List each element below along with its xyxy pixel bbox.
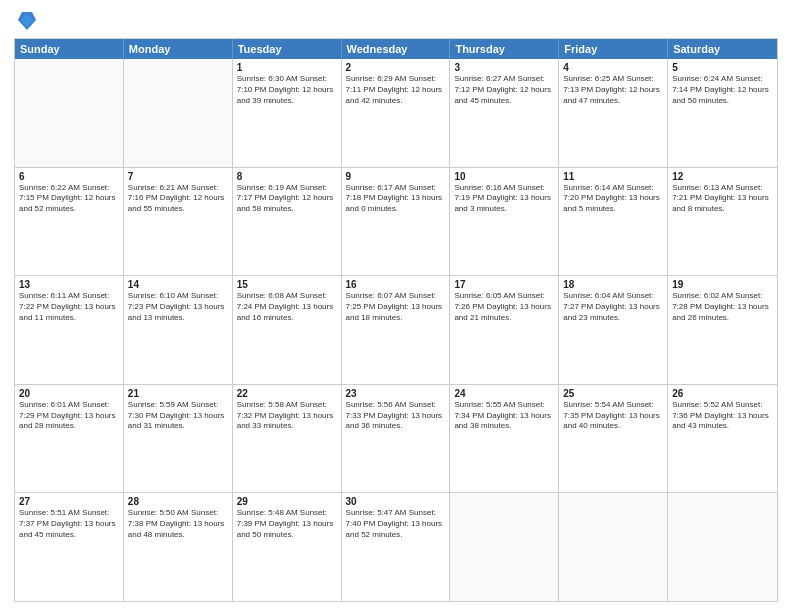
cell-info: Sunrise: 6:05 AM Sunset: 7:26 PM Dayligh… [454,291,554,323]
cell-info: Sunrise: 6:29 AM Sunset: 7:11 PM Dayligh… [346,74,446,106]
cell-info: Sunrise: 6:25 AM Sunset: 7:13 PM Dayligh… [563,74,663,106]
cell-info: Sunrise: 6:04 AM Sunset: 7:27 PM Dayligh… [563,291,663,323]
cal-cell-empty [124,59,233,167]
cell-info: Sunrise: 5:59 AM Sunset: 7:30 PM Dayligh… [128,400,228,432]
cal-cell-27: 27Sunrise: 5:51 AM Sunset: 7:37 PM Dayli… [15,493,124,601]
day-number: 27 [19,496,119,507]
cell-info: Sunrise: 6:14 AM Sunset: 7:20 PM Dayligh… [563,183,663,215]
day-number: 16 [346,279,446,290]
cell-info: Sunrise: 5:54 AM Sunset: 7:35 PM Dayligh… [563,400,663,432]
day-number: 15 [237,279,337,290]
cal-cell-17: 17Sunrise: 6:05 AM Sunset: 7:26 PM Dayli… [450,276,559,384]
cell-info: Sunrise: 5:50 AM Sunset: 7:38 PM Dayligh… [128,508,228,540]
cal-row-0: 1Sunrise: 6:30 AM Sunset: 7:10 PM Daylig… [15,59,777,167]
calendar-header: SundayMondayTuesdayWednesdayThursdayFrid… [15,39,777,59]
cal-cell-5: 5Sunrise: 6:24 AM Sunset: 7:14 PM Daylig… [668,59,777,167]
cell-info: Sunrise: 6:17 AM Sunset: 7:18 PM Dayligh… [346,183,446,215]
header-day-wednesday: Wednesday [342,39,451,59]
cell-info: Sunrise: 6:10 AM Sunset: 7:23 PM Dayligh… [128,291,228,323]
day-number: 30 [346,496,446,507]
cell-info: Sunrise: 5:52 AM Sunset: 7:36 PM Dayligh… [672,400,773,432]
day-number: 1 [237,62,337,73]
day-number: 11 [563,171,663,182]
day-number: 19 [672,279,773,290]
day-number: 13 [19,279,119,290]
logo [14,10,36,32]
header-day-friday: Friday [559,39,668,59]
header-day-thursday: Thursday [450,39,559,59]
cal-cell-13: 13Sunrise: 6:11 AM Sunset: 7:22 PM Dayli… [15,276,124,384]
cal-cell-19: 19Sunrise: 6:02 AM Sunset: 7:28 PM Dayli… [668,276,777,384]
cal-row-3: 20Sunrise: 6:01 AM Sunset: 7:29 PM Dayli… [15,384,777,493]
cal-cell-3: 3Sunrise: 6:27 AM Sunset: 7:12 PM Daylig… [450,59,559,167]
day-number: 28 [128,496,228,507]
day-number: 2 [346,62,446,73]
day-number: 17 [454,279,554,290]
logo-icon [18,10,36,32]
cal-cell-18: 18Sunrise: 6:04 AM Sunset: 7:27 PM Dayli… [559,276,668,384]
cell-info: Sunrise: 6:08 AM Sunset: 7:24 PM Dayligh… [237,291,337,323]
day-number: 22 [237,388,337,399]
cal-row-1: 6Sunrise: 6:22 AM Sunset: 7:15 PM Daylig… [15,167,777,276]
cell-info: Sunrise: 6:16 AM Sunset: 7:19 PM Dayligh… [454,183,554,215]
header-day-monday: Monday [124,39,233,59]
day-number: 25 [563,388,663,399]
cell-info: Sunrise: 6:19 AM Sunset: 7:17 PM Dayligh… [237,183,337,215]
cell-info: Sunrise: 6:30 AM Sunset: 7:10 PM Dayligh… [237,74,337,106]
day-number: 5 [672,62,773,73]
day-number: 6 [19,171,119,182]
cal-cell-2: 2Sunrise: 6:29 AM Sunset: 7:11 PM Daylig… [342,59,451,167]
day-number: 3 [454,62,554,73]
day-number: 20 [19,388,119,399]
cell-info: Sunrise: 6:11 AM Sunset: 7:22 PM Dayligh… [19,291,119,323]
cell-info: Sunrise: 6:22 AM Sunset: 7:15 PM Dayligh… [19,183,119,215]
cal-cell-4: 4Sunrise: 6:25 AM Sunset: 7:13 PM Daylig… [559,59,668,167]
cell-info: Sunrise: 6:21 AM Sunset: 7:16 PM Dayligh… [128,183,228,215]
cal-cell-12: 12Sunrise: 6:13 AM Sunset: 7:21 PM Dayli… [668,168,777,276]
cell-info: Sunrise: 5:48 AM Sunset: 7:39 PM Dayligh… [237,508,337,540]
header [14,10,778,32]
day-number: 18 [563,279,663,290]
cal-cell-20: 20Sunrise: 6:01 AM Sunset: 7:29 PM Dayli… [15,385,124,493]
cell-info: Sunrise: 6:13 AM Sunset: 7:21 PM Dayligh… [672,183,773,215]
cell-info: Sunrise: 5:56 AM Sunset: 7:33 PM Dayligh… [346,400,446,432]
day-number: 21 [128,388,228,399]
cal-cell-28: 28Sunrise: 5:50 AM Sunset: 7:38 PM Dayli… [124,493,233,601]
calendar: SundayMondayTuesdayWednesdayThursdayFrid… [14,38,778,602]
cell-info: Sunrise: 6:27 AM Sunset: 7:12 PM Dayligh… [454,74,554,106]
header-day-tuesday: Tuesday [233,39,342,59]
cal-cell-7: 7Sunrise: 6:21 AM Sunset: 7:16 PM Daylig… [124,168,233,276]
cell-info: Sunrise: 5:47 AM Sunset: 7:40 PM Dayligh… [346,508,446,540]
cal-cell-10: 10Sunrise: 6:16 AM Sunset: 7:19 PM Dayli… [450,168,559,276]
cal-cell-15: 15Sunrise: 6:08 AM Sunset: 7:24 PM Dayli… [233,276,342,384]
cal-cell-1: 1Sunrise: 6:30 AM Sunset: 7:10 PM Daylig… [233,59,342,167]
cell-info: Sunrise: 6:24 AM Sunset: 7:14 PM Dayligh… [672,74,773,106]
cal-cell-21: 21Sunrise: 5:59 AM Sunset: 7:30 PM Dayli… [124,385,233,493]
cal-cell-empty [15,59,124,167]
day-number: 26 [672,388,773,399]
cal-row-2: 13Sunrise: 6:11 AM Sunset: 7:22 PM Dayli… [15,275,777,384]
cal-cell-29: 29Sunrise: 5:48 AM Sunset: 7:39 PM Dayli… [233,493,342,601]
cal-cell-24: 24Sunrise: 5:55 AM Sunset: 7:34 PM Dayli… [450,385,559,493]
cal-cell-23: 23Sunrise: 5:56 AM Sunset: 7:33 PM Dayli… [342,385,451,493]
cell-info: Sunrise: 5:51 AM Sunset: 7:37 PM Dayligh… [19,508,119,540]
cal-cell-empty [559,493,668,601]
day-number: 4 [563,62,663,73]
page: SundayMondayTuesdayWednesdayThursdayFrid… [0,0,792,612]
cell-info: Sunrise: 5:55 AM Sunset: 7:34 PM Dayligh… [454,400,554,432]
cal-cell-11: 11Sunrise: 6:14 AM Sunset: 7:20 PM Dayli… [559,168,668,276]
cell-info: Sunrise: 5:58 AM Sunset: 7:32 PM Dayligh… [237,400,337,432]
cal-cell-25: 25Sunrise: 5:54 AM Sunset: 7:35 PM Dayli… [559,385,668,493]
day-number: 14 [128,279,228,290]
day-number: 24 [454,388,554,399]
cal-cell-26: 26Sunrise: 5:52 AM Sunset: 7:36 PM Dayli… [668,385,777,493]
cal-cell-empty [668,493,777,601]
cal-cell-6: 6Sunrise: 6:22 AM Sunset: 7:15 PM Daylig… [15,168,124,276]
cal-cell-14: 14Sunrise: 6:10 AM Sunset: 7:23 PM Dayli… [124,276,233,384]
day-number: 8 [237,171,337,182]
cell-info: Sunrise: 6:01 AM Sunset: 7:29 PM Dayligh… [19,400,119,432]
cal-cell-22: 22Sunrise: 5:58 AM Sunset: 7:32 PM Dayli… [233,385,342,493]
day-number: 7 [128,171,228,182]
day-number: 12 [672,171,773,182]
cal-cell-empty [450,493,559,601]
